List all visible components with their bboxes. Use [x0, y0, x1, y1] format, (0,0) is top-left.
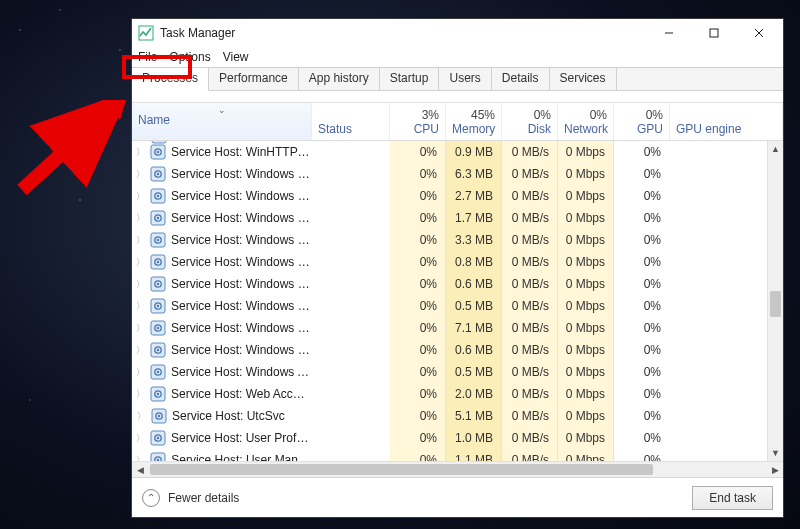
table-row[interactable]: 〉Service Host: Web Account Ma...0%2.0 MB…	[132, 383, 783, 405]
cell-memory: 1.7 MB	[446, 207, 502, 229]
table-row[interactable]: 〉Service Host: Windows Event Log0%7.1 MB…	[132, 317, 783, 339]
expand-icon[interactable]: 〉	[136, 388, 145, 401]
cell-disk: 0 MB/s	[502, 251, 558, 273]
expand-icon[interactable]: 〉	[136, 322, 145, 335]
table-row[interactable]: 〉Service Host: User Profile Service0%1.0…	[132, 427, 783, 449]
svg-point-22	[157, 239, 159, 241]
scroll-thumb[interactable]	[770, 291, 781, 317]
process-name: Service Host: Windows Update	[171, 167, 311, 181]
expand-icon[interactable]: 〉	[136, 344, 145, 357]
cell-status	[312, 383, 390, 405]
svg-point-19	[157, 217, 159, 219]
expand-icon[interactable]: 〉	[136, 410, 146, 423]
fewer-details-button[interactable]: ⌃ Fewer details	[142, 489, 239, 507]
cell-status	[312, 295, 390, 317]
cell-memory: 2.0 MB	[446, 383, 502, 405]
horizontal-scrollbar[interactable]: ◀ ▶	[132, 461, 783, 477]
table-row[interactable]: 〉Service Host: WinHTTP Web Pro...0%0.9 M…	[132, 141, 783, 163]
cell-status	[312, 163, 390, 185]
menu-bar: File Options View	[132, 47, 783, 67]
menu-view[interactable]: View	[223, 50, 249, 64]
hscroll-thumb[interactable]	[150, 464, 653, 475]
service-icon	[150, 364, 166, 380]
expand-icon[interactable]: 〉	[136, 366, 145, 379]
table-row[interactable]: 〉Service Host: Windows Manage...0%3.3 MB…	[132, 229, 783, 251]
tab-services[interactable]: Services	[550, 68, 617, 90]
table-row[interactable]: 〉Service Host: Windows Push No...0%1.7 M…	[132, 207, 783, 229]
column-status[interactable]: Status	[312, 103, 390, 140]
expand-icon[interactable]: 〉	[136, 300, 145, 313]
tab-app-history[interactable]: App history	[299, 68, 380, 90]
tab-users[interactable]: Users	[439, 68, 491, 90]
cell-memory: 6.3 MB	[446, 163, 502, 185]
task-manager-window: Task Manager File Options View Processes…	[131, 18, 784, 518]
cell-gpu: 0%	[614, 207, 670, 229]
expand-icon[interactable]: 〉	[136, 454, 145, 462]
close-button[interactable]	[736, 19, 781, 47]
scroll-up-icon[interactable]: ▲	[768, 141, 783, 157]
service-icon	[150, 232, 166, 248]
scroll-down-icon[interactable]: ▼	[768, 445, 783, 461]
cell-network: 0 Mbps	[558, 361, 614, 383]
column-name[interactable]: ⌄ Name	[132, 103, 312, 140]
cell-memory: 5.1 MB	[446, 405, 502, 427]
cell-gpu: 0%	[614, 427, 670, 449]
vertical-scrollbar[interactable]: ▲ ▼	[767, 141, 783, 461]
service-icon	[150, 166, 166, 182]
expand-icon[interactable]: 〉	[136, 190, 145, 203]
cell-cpu: 0%	[390, 295, 446, 317]
column-disk[interactable]: 0% Disk	[502, 103, 558, 140]
scroll-left-icon[interactable]: ◀	[132, 462, 148, 478]
tab-processes[interactable]: Processes	[132, 68, 209, 91]
scroll-right-icon[interactable]: ▶	[767, 462, 783, 478]
process-name: Service Host: Windows License ...	[171, 255, 311, 269]
service-icon	[150, 386, 166, 402]
titlebar[interactable]: Task Manager	[132, 19, 783, 47]
column-gpu-engine[interactable]: GPU engine	[670, 103, 783, 140]
tab-details[interactable]: Details	[492, 68, 550, 90]
table-row[interactable]: 〉Service Host: UtcSvc0%5.1 MB0 MB/s0 Mbp…	[132, 405, 783, 427]
table-row[interactable]: 〉Service Host: Windows Audio E...0%0.5 M…	[132, 361, 783, 383]
menu-options[interactable]: Options	[169, 50, 210, 64]
expand-icon[interactable]: 〉	[136, 146, 145, 159]
minimize-button[interactable]	[646, 19, 691, 47]
cell-disk: 0 MB/s	[502, 339, 558, 361]
cell-disk: 0 MB/s	[502, 273, 558, 295]
table-row[interactable]: 〉Service Host: Windows Image A...0%0.6 M…	[132, 273, 783, 295]
table-row[interactable]: 〉Service Host: Windows Font Ca...0%0.5 M…	[132, 295, 783, 317]
tab-performance[interactable]: Performance	[209, 68, 299, 90]
maximize-button[interactable]	[691, 19, 736, 47]
process-name: Service Host: User Profile Service	[171, 431, 311, 445]
expand-icon[interactable]: 〉	[136, 168, 145, 181]
table-row[interactable]: 〉Service Host: Windows Update0%6.3 MB0 M…	[132, 163, 783, 185]
tabs: ProcessesPerformanceApp historyStartupUs…	[132, 67, 783, 91]
cell-cpu: 0%	[390, 339, 446, 361]
expand-icon[interactable]: 〉	[136, 278, 145, 291]
service-icon	[150, 144, 166, 160]
tab-startup[interactable]: Startup	[380, 68, 440, 90]
process-name: Service Host: Windows Audio E...	[171, 365, 311, 379]
expand-icon[interactable]: 〉	[136, 432, 145, 445]
cell-disk: 0 MB/s	[502, 207, 558, 229]
table-row[interactable]: 〉Service Host: Windows License ...0%0.8 …	[132, 251, 783, 273]
expand-icon[interactable]: 〉	[136, 212, 145, 225]
svg-point-25	[157, 261, 159, 263]
column-memory[interactable]: 45% Memory	[446, 103, 502, 140]
column-gpu[interactable]: 0% GPU	[614, 103, 670, 140]
cell-network: 0 Mbps	[558, 317, 614, 339]
cell-memory: 3.3 MB	[446, 229, 502, 251]
menu-file[interactable]: File	[138, 50, 157, 64]
table-row[interactable]: 〉Service Host: User Manager0%1.1 MB0 MB/…	[132, 449, 783, 461]
service-icon	[150, 320, 166, 336]
cell-network: 0 Mbps	[558, 207, 614, 229]
service-icon	[150, 254, 166, 270]
table-row[interactable]: 〉Service Host: Windows Push No...0%2.7 M…	[132, 185, 783, 207]
table-row[interactable]: 〉Service Host: Windows Biometri...0%0.6 …	[132, 339, 783, 361]
cell-disk: 0 MB/s	[502, 427, 558, 449]
column-cpu[interactable]: 3% CPU	[390, 103, 446, 140]
end-task-button[interactable]: End task	[692, 486, 773, 510]
process-name: Service Host: Windows Push No...	[171, 189, 311, 203]
column-network[interactable]: 0% Network	[558, 103, 614, 140]
expand-icon[interactable]: 〉	[136, 256, 145, 269]
expand-icon[interactable]: 〉	[136, 234, 145, 247]
